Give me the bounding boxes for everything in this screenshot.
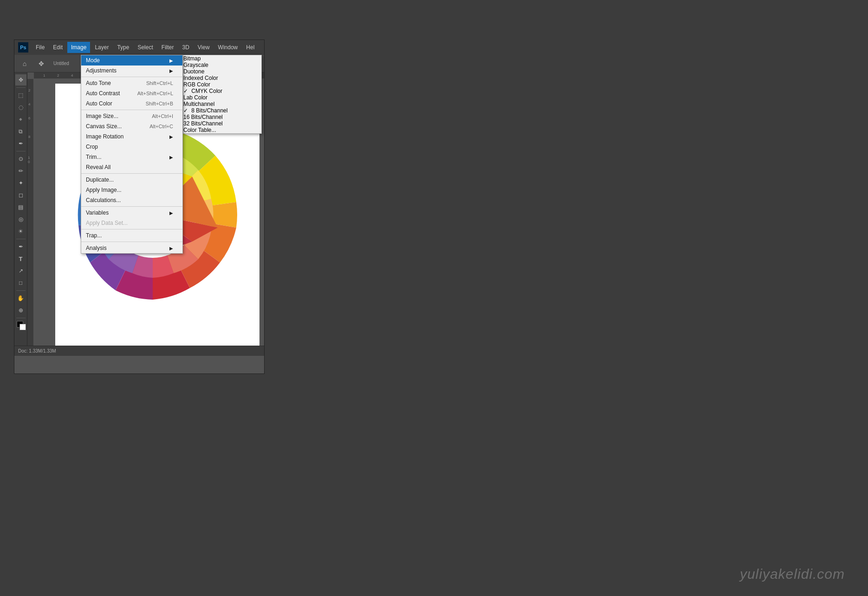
mode-indexed-color: Indexed Color [183,75,261,81]
tool-eyedropper[interactable]: ✒ [15,138,26,149]
toolbar-divider-5 [16,318,26,318]
tab-label: Untitled [53,61,69,66]
menu-apply-data-set: Apply Data Set... [81,218,182,228]
separator-1 [81,77,182,77]
mode-color-table: Color Table... [183,127,261,133]
status-bar: Doc: 1.33M/1.33M [14,346,264,356]
tool-dodge[interactable]: ☀ [15,226,26,237]
menu-edit[interactable]: Edit [49,42,66,53]
left-toolbar: ✥ ⬚ ◌ ⌖ ⧉ ✒ ⊙ ✏ ✦ ◻ ▤ ◎ ☀ ✒ T ↗ □ ✋ ⊕ [14,72,27,346]
mode-multichannel[interactable]: Multichannel [183,101,261,107]
menu-help[interactable]: Hel [242,42,258,53]
menu-canvas-size[interactable]: Canvas Size... Alt+Ctrl+C [81,121,182,131]
separator-3 [81,173,182,174]
8bit-checkmark: ✓ [183,107,188,114]
move-tool-btn[interactable]: ✥ [35,57,48,70]
menu-crop[interactable]: Crop [81,142,182,152]
separator-5 [81,229,182,229]
menu-auto-color[interactable]: Auto Color Shift+Ctrl+B [81,98,182,109]
menu-image-rotation[interactable]: Image Rotation ▶ [81,131,182,142]
mode-grayscale[interactable]: Grayscale [183,62,261,68]
mode-lab-color[interactable]: Lab Color [183,94,261,101]
menu-file[interactable]: File [32,42,48,53]
menu-trim[interactable]: Trim... ▶ [81,152,182,162]
menu-trap[interactable]: Trap... [81,230,182,241]
menu-type[interactable]: Type [113,42,133,53]
home-btn[interactable]: ⌂ [18,57,31,70]
tool-brush[interactable]: ✏ [15,165,26,177]
tool-hand[interactable]: ✋ [15,293,26,304]
tool-marquee[interactable]: ⬚ [15,90,26,101]
tool-quick-select[interactable]: ⌖ [15,114,26,125]
tool-colors[interactable] [15,320,26,331]
menu-variables[interactable]: Variables ▶ [81,208,182,218]
tool-path-select[interactable]: ↗ [15,265,26,276]
tool-lasso[interactable]: ◌ [15,102,26,113]
separator-6 [81,242,182,242]
menu-auto-tone[interactable]: Auto Tone Shift+Ctrl+L [81,78,182,88]
menu-mode[interactable]: Mode ▶ [81,55,182,65]
toolbar-divider-1 [16,87,26,88]
menu-view[interactable]: View [194,42,214,53]
tool-zoom[interactable]: ⊕ [15,305,26,316]
tool-crop[interactable]: ⧉ [15,126,26,137]
toolbar-divider-2 [16,151,26,151]
mode-cmyk-color[interactable]: ✓ CMYK Color [183,88,261,94]
menu-analysis[interactable]: Analysis ▶ [81,243,182,253]
tool-gradient[interactable]: ▤ [15,202,26,213]
tool-pen[interactable]: ✒ [15,241,26,252]
menu-select[interactable]: Select [134,42,156,53]
tool-clone[interactable]: ✦ [15,177,26,189]
tool-type[interactable]: T [15,253,26,264]
mode-submenu: Bitmap Grayscale Duotone Indexed Color R… [183,55,262,134]
mode-duotone: Duotone [183,68,261,75]
toolbar-divider-4 [16,290,26,291]
menu-image-size[interactable]: Image Size... Alt+Ctrl+I [81,111,182,121]
menu-adjustments[interactable]: Adjustments ▶ [81,65,182,76]
menu-reveal-all[interactable]: Reveal All [81,162,182,172]
cmyk-checkmark: ✓ [183,88,188,94]
mode-bitmap[interactable]: Bitmap [183,55,261,62]
menu-window[interactable]: Window [214,42,242,53]
menu-calculations[interactable]: Calculations... [81,195,182,205]
ruler-vertical: 2 4 6 8 10 [27,79,34,346]
tab-area-label: Untitled [53,61,69,66]
menu-layer[interactable]: Layer [91,42,112,53]
ps-window: Ps File Edit Image Layer Type Select Fil… [14,39,265,374]
mode-32bit[interactable]: 32 Bits/Channel [183,120,261,127]
menu-bar: Ps File Edit Image Layer Type Select Fil… [14,40,264,55]
menu-auto-contrast[interactable]: Auto Contrast Alt+Shift+Ctrl+L [81,88,182,98]
toolbar-divider-3 [16,239,26,239]
tool-eraser[interactable]: ◻ [15,190,26,201]
menu-image[interactable]: Image [67,42,90,53]
ps-logo: Ps [18,42,28,52]
mode-8bit[interactable]: ✓ 8 Bits/Channel [183,107,261,114]
status-text: Doc: 1.33M/1.33M [18,348,56,354]
tool-move[interactable]: ✥ [15,74,26,85]
separator-4 [81,206,182,207]
menu-filter[interactable]: Filter [158,42,178,53]
menu-3d[interactable]: 3D [178,42,193,53]
tool-blur[interactable]: ◎ [15,214,26,225]
mode-rgb-color[interactable]: RGB Color [183,81,261,88]
image-menu-dropdown: Mode ▶ Adjustments ▶ Auto Tone Shift+Ctr… [81,55,183,254]
separator-2 [81,110,182,110]
mode-16bit[interactable]: 16 Bits/Channel [183,114,261,120]
tool-healing[interactable]: ⊙ [15,153,26,164]
menu-apply-image[interactable]: Apply Image... [81,185,182,195]
tool-shape[interactable]: □ [15,277,26,288]
menu-duplicate[interactable]: Duplicate... [81,175,182,185]
watermark: yuliyakelidi.com [740,566,845,582]
